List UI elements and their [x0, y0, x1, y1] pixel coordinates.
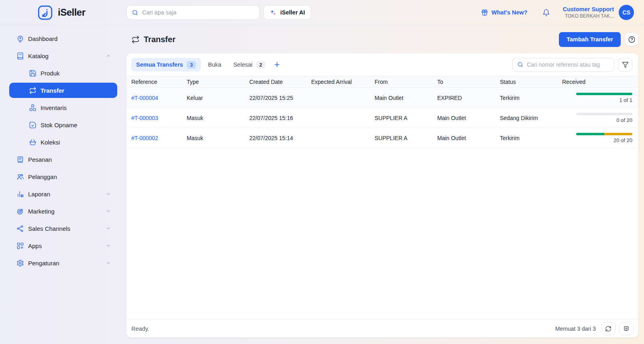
cell-created-date: 22/07/2025 15:25: [249, 95, 311, 101]
sidebar-item-pelanggan[interactable]: Pelanggan: [9, 169, 117, 184]
transfer-list-card: Semua Transfers3BukaSelesai2: [126, 53, 638, 338]
cell-to: Main Outlet: [437, 115, 500, 121]
sidebar-item-label: Katalog: [28, 53, 49, 59]
cell-to: EXPIRED: [437, 95, 500, 101]
help-circle-icon: [628, 36, 636, 43]
sidebar-item-label: Laporan: [28, 191, 50, 197]
column-header-type: Type: [187, 79, 249, 85]
received-count-label: 1 of 1: [619, 97, 632, 103]
received-count-label: 0 of 20: [616, 117, 632, 123]
chevron-down-icon: [106, 260, 111, 266]
tab-semua-transfers[interactable]: Semua Transfers3: [131, 58, 201, 71]
column-header-received: Received: [562, 79, 632, 85]
tab-label: Semua Transfers: [136, 61, 183, 68]
brand-name: iSeller: [58, 7, 86, 18]
pengaturan-icon: [16, 259, 24, 267]
avatar[interactable]: CS: [619, 5, 634, 20]
chevron-down-icon: [106, 208, 111, 214]
sidebar-item-produk[interactable]: Produk: [9, 65, 117, 81]
reference-link[interactable]: #T-000002: [131, 135, 187, 141]
chevron-down-icon: [106, 226, 111, 231]
sidebar-item-laporan[interactable]: Laporan: [9, 186, 117, 202]
status-text: Ready.: [131, 326, 149, 332]
reference-search-input[interactable]: [527, 61, 609, 68]
app-root: iSeller iSeller AI What's New?: [0, 0, 644, 344]
tab-label: Selesai: [233, 61, 253, 68]
help-button[interactable]: [625, 33, 638, 46]
cell-status: Terkirim: [500, 135, 562, 141]
notifications-button[interactable]: [542, 9, 550, 16]
search-icon: [132, 9, 139, 16]
sidebar-item-katalog[interactable]: Katalog: [9, 48, 117, 63]
reference-link[interactable]: #T-000004: [131, 95, 187, 101]
progress-segment-amber: [604, 133, 632, 135]
status-bar: Ready. Memuat 3 dari 3: [126, 319, 638, 338]
sidebar-item-label: Koleksi: [41, 139, 60, 146]
sidebar-item-marketing[interactable]: Marketing: [9, 204, 117, 219]
sidebar-item-label: Pesanan: [28, 156, 52, 163]
add-view-button[interactable]: [270, 58, 284, 71]
cell-from: Main Outlet: [375, 95, 437, 101]
sidebar-item-inventaris[interactable]: Inventaris: [9, 100, 117, 115]
global-search-input[interactable]: [142, 9, 255, 16]
sidebar-item-dashboard[interactable]: Dashboard: [9, 31, 117, 46]
sidebar-item-label: Apps: [28, 242, 42, 249]
sidebar-item-apps[interactable]: Apps: [9, 238, 117, 253]
cell-received: 0 of 20: [562, 113, 632, 123]
sidebar-item-pesanan[interactable]: Pesanan: [9, 152, 117, 167]
iseller-logo-icon: [37, 4, 53, 21]
cell-from: SUPPLIER A: [375, 115, 437, 121]
table-row[interactable]: #T-000004Keluar22/07/2025 15:25Main Outl…: [126, 88, 638, 108]
column-header-expected-arrival: Expected Arrival: [311, 79, 375, 85]
column-header-reference: Reference: [131, 79, 187, 85]
add-transfer-button[interactable]: Tambah Transfer: [559, 32, 621, 47]
sidebar-item-label: Dashboard: [28, 35, 57, 42]
reference-link[interactable]: #T-000003: [131, 115, 187, 121]
log-panel-button[interactable]: [619, 322, 634, 335]
transfer-table: ReferenceTypeCreated DateExpected Arriva…: [126, 76, 638, 319]
table-header-row: ReferenceTypeCreated DateExpected Arriva…: [126, 76, 638, 88]
refresh-button[interactable]: [601, 322, 615, 335]
global-search[interactable]: [126, 5, 260, 20]
received-count-label: 20 of 20: [613, 137, 632, 143]
filter-button[interactable]: [618, 58, 632, 71]
sidebar-item-stok-opname[interactable]: Stok Opname: [9, 117, 117, 132]
chevron-down-icon: [106, 191, 111, 197]
column-header-status: Status: [500, 79, 562, 85]
brand-logo[interactable]: iSeller: [0, 4, 122, 21]
top-bar: iSeller iSeller AI What's New?: [0, 0, 644, 25]
whats-new-link[interactable]: What's New?: [481, 9, 528, 16]
cell-type: Masuk: [187, 115, 249, 121]
pelanggan-icon: [16, 173, 24, 181]
sidebar-item-label: Produk: [41, 70, 60, 77]
page-header: Transfer Tambah Transfer: [122, 25, 644, 53]
apps-icon: [16, 242, 24, 250]
reference-search[interactable]: [512, 58, 614, 71]
tab-buka[interactable]: Buka: [203, 58, 226, 71]
cell-status: Sedang Dikirim: [500, 115, 562, 121]
sparkles-icon: [269, 9, 277, 16]
received-progress-bar: [576, 93, 632, 95]
sidebar-item-koleksi[interactable]: Koleksi: [9, 134, 117, 150]
dashboard-icon: [16, 35, 24, 43]
cell-created-date: 22/07/2025 15:16: [249, 115, 311, 121]
chevron-up-icon: [106, 53, 111, 59]
cell-status: Terkirim: [500, 95, 562, 101]
sidebar-item-pengaturan[interactable]: Pengaturan: [9, 255, 117, 271]
transfer-icon: [29, 87, 37, 94]
sidebar-item-transfer[interactable]: Transfer: [9, 83, 117, 98]
cell-created-date: 22/07/2025 15:14: [249, 135, 311, 141]
stok-opname-icon: [29, 121, 37, 129]
sidebar-item-label: Stok Opname: [41, 122, 77, 128]
table-row[interactable]: #T-000003Masuk22/07/2025 15:16SUPPLIER A…: [126, 108, 638, 128]
sidebar-item-sales-channels[interactable]: Sales Channels: [9, 221, 117, 236]
iseller-ai-button[interactable]: iSeller AI: [263, 5, 311, 20]
tab-selesai[interactable]: Selesai2: [228, 58, 270, 71]
main-content: Transfer Tambah Transfer Semua Transfers…: [122, 25, 644, 344]
user-organization: TOKO BERKAH TAK...: [563, 13, 614, 19]
user-info[interactable]: Customer Support TOKO BERKAH TAK...: [563, 6, 614, 19]
table-row[interactable]: #T-000002Masuk22/07/2025 15:14SUPPLIER A…: [126, 128, 638, 148]
sidebar-item-label: Transfer: [41, 87, 64, 94]
transfer-icon: [131, 35, 140, 44]
filter-funnel-icon: [622, 61, 629, 68]
